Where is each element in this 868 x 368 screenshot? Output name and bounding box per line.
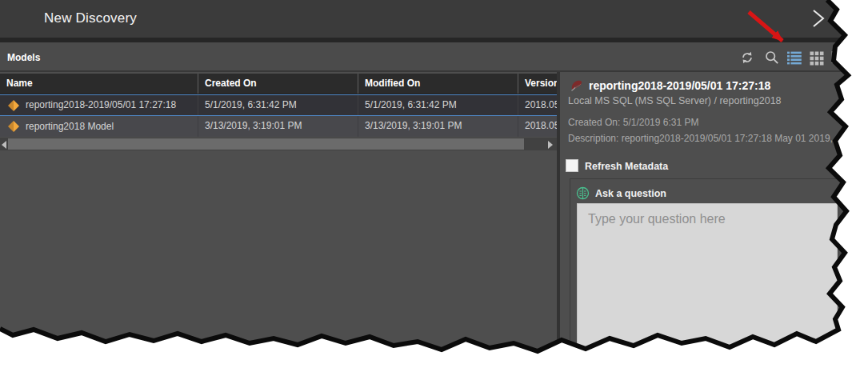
details-source: Local MS SQL (MS SQL Server) / reporting… xyxy=(568,95,782,106)
model-created-on: 3/13/2019, 3:19:01 PM xyxy=(198,116,358,137)
question-input[interactable] xyxy=(577,203,838,365)
models-toolbar: Models xyxy=(0,42,868,72)
table-row[interactable]: reporting2018 Model 3/13/2019, 3:19:01 P… xyxy=(0,116,557,137)
ask-question-section: Ask a question xyxy=(570,178,867,368)
horizontal-scrollbar[interactable] xyxy=(0,138,557,150)
model-version: 2018.05 xyxy=(518,95,557,115)
models-section-label: Models xyxy=(7,52,40,63)
refresh-metadata-label: Refresh Metadata xyxy=(585,161,668,172)
column-header-name[interactable]: Name xyxy=(0,74,198,94)
ask-question-label: Ask a question xyxy=(595,188,666,199)
chevron-right-icon[interactable] xyxy=(808,8,829,29)
table-row[interactable]: reporting2018-2019/05/01 17:27:18 5/1/20… xyxy=(0,94,557,116)
details-title: reporting2018-2019/05/01 17:27:18 xyxy=(589,79,770,92)
sql-server-icon xyxy=(570,79,583,93)
model-name: reporting2018 Model xyxy=(26,117,114,137)
scroll-left-arrow[interactable] xyxy=(2,141,6,149)
models-table: Name Created On Modified On Version repo… xyxy=(0,74,557,137)
table-header-row: Name Created On Modified On Version xyxy=(0,74,557,94)
column-header-created-on[interactable]: Created On xyxy=(198,74,358,94)
list-view-icon[interactable] xyxy=(786,50,802,66)
model-modified-on: 5/1/2019, 6:31:42 PM xyxy=(358,95,518,115)
model-diamond-icon xyxy=(7,99,20,112)
details-created-on: Created On: 5/1/2019 6:31 PM xyxy=(568,117,698,128)
model-modified-on: 3/13/2019, 3:19:01 PM xyxy=(358,116,518,137)
new-discovery-window: New Discovery Models xyxy=(0,0,868,368)
model-created-on: 5/1/2019, 6:31:42 PM xyxy=(198,95,358,115)
grid-view-icon[interactable] xyxy=(809,50,825,66)
refresh-icon[interactable] xyxy=(739,50,755,66)
title-bar: New Discovery xyxy=(0,0,868,38)
model-name: reporting2018-2019/05/01 17:27:18 xyxy=(26,95,176,115)
column-header-version[interactable]: Version xyxy=(518,74,557,94)
column-header-modified-on[interactable]: Modified On xyxy=(358,74,518,94)
scrollbar-thumb[interactable] xyxy=(8,138,524,150)
model-details-panel: reporting2018-2019/05/01 17:27:18 Local … xyxy=(560,74,868,368)
brain-icon xyxy=(576,186,590,200)
search-icon[interactable] xyxy=(764,50,780,66)
refresh-metadata-checkbox[interactable] xyxy=(566,159,578,172)
model-diamond-icon xyxy=(7,120,20,133)
window-title: New Discovery xyxy=(44,10,137,26)
scroll-right-arrow[interactable] xyxy=(548,141,553,149)
model-version: 2018.05 xyxy=(518,116,557,137)
tree-view-icon[interactable] xyxy=(830,50,846,66)
details-description: Description: reporting2018-2019/05/01 17… xyxy=(568,133,868,144)
